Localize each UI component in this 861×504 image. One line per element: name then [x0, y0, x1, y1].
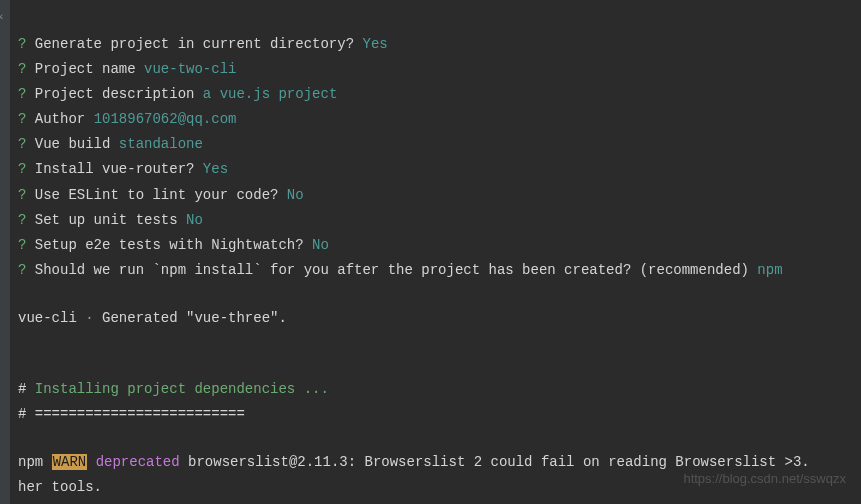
installing-header: # Installing project dependencies ...: [18, 376, 861, 401]
prompt-marker: ?: [18, 111, 26, 127]
prompt-line: ? Should we run `npm install` for you af…: [18, 257, 861, 282]
prompt-label: Use ESLint to lint your code?: [35, 187, 287, 203]
prompt-marker: ?: [18, 86, 26, 102]
prompt-marker: ?: [18, 187, 26, 203]
gutter-marker: ‹: [0, 8, 5, 26]
prompt-answer: standalone: [119, 136, 203, 152]
prompt-answer: a vue.js project: [203, 86, 337, 102]
prompt-answer: No: [186, 212, 203, 228]
prompt-answer: No: [287, 187, 304, 203]
watermark-text: https://blog.csdn.net/sswqzx: [683, 468, 846, 489]
prompt-line: ? Install vue-router? Yes: [18, 156, 861, 181]
prompt-line: ? Use ESLint to lint your code? No: [18, 182, 861, 207]
prompt-answer: Yes: [362, 36, 387, 52]
prompt-marker: ?: [18, 61, 26, 77]
prompt-line: ? Project description a vue.js project: [18, 81, 861, 106]
hash-marker: #: [18, 381, 26, 397]
prompt-label: Set up unit tests: [35, 212, 186, 228]
prompt-label: Project name: [35, 61, 144, 77]
divider-line: # =========================: [18, 401, 861, 426]
prompt-answer: Yes: [203, 161, 228, 177]
prompt-label: Project description: [35, 86, 203, 102]
prompt-answer: No: [312, 237, 329, 253]
npm-message: her tools.: [18, 479, 102, 495]
generated-line: vue-cli · Generated "vue-three".: [18, 305, 861, 330]
prompt-line: ? Author 1018967062@qq.com: [18, 106, 861, 131]
prompt-label: Install vue-router?: [35, 161, 203, 177]
prompt-line: ? Generate project in current directory?…: [18, 31, 861, 56]
prompt-answer: vue-two-cli: [144, 61, 236, 77]
terminal-output: ? Generate project in current directory?…: [18, 8, 861, 504]
divider-text: =========================: [35, 406, 245, 422]
deprecated-tag: deprecated: [96, 454, 180, 470]
hash-marker: #: [18, 406, 26, 422]
prompt-line: ? Set up unit tests No: [18, 207, 861, 232]
prompt-label: Generate project in current directory?: [35, 36, 363, 52]
dot-separator: ·: [85, 310, 102, 326]
prompt-line: ? Project name vue-two-cli: [18, 56, 861, 81]
npm-prefix: npm: [18, 454, 43, 470]
prompt-answer: npm: [757, 262, 782, 278]
generated-text: Generated "vue-three".: [102, 310, 287, 326]
prompt-label: Should we run `npm install` for you afte…: [35, 262, 758, 278]
prompt-marker: ?: [18, 212, 26, 228]
warn-badge: WARN: [52, 454, 88, 470]
prompt-answer: 1018967062@qq.com: [94, 111, 237, 127]
prompt-marker: ?: [18, 237, 26, 253]
prompt-marker: ?: [18, 262, 26, 278]
prompt-marker: ?: [18, 136, 26, 152]
prompt-label: Vue build: [35, 136, 119, 152]
installing-label: Installing project dependencies ...: [35, 381, 329, 397]
prompt-marker: ?: [18, 161, 26, 177]
npm-warn-line: npm WARN deprecated bfj-node4@5.3.1: Swi…: [18, 499, 861, 504]
prompt-line: ? Setup e2e tests with Nightwatch? No: [18, 232, 861, 257]
prompt-line: ? Vue build standalone: [18, 131, 861, 156]
prompt-label: Setup e2e tests with Nightwatch?: [35, 237, 312, 253]
generated-prefix: vue-cli: [18, 310, 77, 326]
prompt-marker: ?: [18, 36, 26, 52]
editor-gutter: ‹: [0, 0, 10, 504]
prompt-label: Author: [35, 111, 94, 127]
